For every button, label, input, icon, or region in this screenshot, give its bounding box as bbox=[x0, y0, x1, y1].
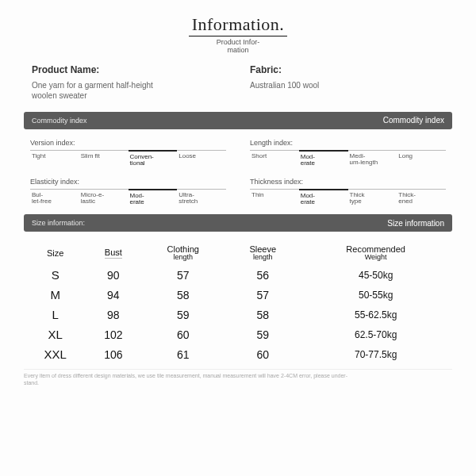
table-cell: 55-62.5kg bbox=[299, 305, 452, 324]
table-cell: 90 bbox=[86, 265, 140, 285]
table-cell: 60 bbox=[140, 324, 226, 344]
table-cell: 60 bbox=[226, 344, 299, 364]
version-option: Slim fit bbox=[79, 151, 129, 170]
length-option: Mod-erate bbox=[299, 150, 348, 170]
indices-grid: Version index:TightSlim fitConven-tional… bbox=[30, 139, 446, 209]
elasticity-option: Mod-erate bbox=[129, 189, 178, 209]
table-row: S90575645-50kg bbox=[24, 265, 452, 285]
table-cell: M bbox=[24, 285, 86, 305]
table-cell: 94 bbox=[86, 285, 140, 305]
length-option: Short bbox=[250, 151, 299, 170]
table-cell: 62.5-70kg bbox=[299, 324, 452, 344]
product-name-label: Product Name: bbox=[32, 64, 226, 75]
table-row: L98595855-62.5kg bbox=[24, 305, 452, 324]
version-option: Conven-tional bbox=[129, 150, 178, 170]
table-cell: 57 bbox=[140, 265, 226, 285]
length-index-title: Length index: bbox=[250, 139, 446, 147]
table-header-row: SizeBustClothinglengthSleevelengthRecomm… bbox=[24, 241, 452, 265]
table-header: Sleevelength bbox=[226, 241, 299, 265]
table-row: XXL106616070-77.5kg bbox=[24, 344, 452, 364]
fabric-label: Fabric: bbox=[250, 64, 444, 75]
bar-left-label: Commodity index bbox=[32, 117, 87, 125]
thickness-option: Thick-ened bbox=[397, 190, 446, 209]
table-cell: L bbox=[24, 305, 86, 324]
bar-right-label: Size information bbox=[387, 219, 444, 228]
elasticity-option: Bul-let-free bbox=[30, 190, 79, 209]
table-cell: 57 bbox=[226, 285, 299, 305]
table-cell: XXL bbox=[24, 344, 86, 364]
thickness-option: Thin bbox=[250, 190, 299, 209]
table-cell: 61 bbox=[140, 344, 226, 364]
version-option: Loose bbox=[177, 151, 226, 170]
length-option: Long bbox=[397, 151, 446, 170]
table-cell: S bbox=[24, 265, 86, 285]
bar-left-label: Size information: bbox=[32, 219, 85, 227]
commodity-index-bar: Commodity index Commodity index bbox=[24, 112, 452, 129]
table-cell: 58 bbox=[226, 305, 299, 324]
table-cell: 106 bbox=[86, 344, 140, 364]
table-cell: 98 bbox=[86, 305, 140, 324]
table-header: RecommendedWeight bbox=[299, 241, 452, 265]
page-title: Information. bbox=[189, 14, 288, 36]
table-cell: 102 bbox=[86, 324, 140, 344]
version-scale: TightSlim fitConven-tionalLoose bbox=[30, 150, 226, 170]
product-name-value: One yarn for a garment half-height woole… bbox=[32, 80, 175, 101]
fabric-value: Australian 100 wool bbox=[250, 80, 393, 90]
table-cell: 59 bbox=[140, 305, 226, 324]
product-info-row: Product Name: One yarn for a garment hal… bbox=[32, 64, 444, 101]
elasticity-index-title: Elasticity index: bbox=[30, 178, 226, 186]
version-option: Tight bbox=[30, 151, 79, 170]
size-table: SizeBustClothinglengthSleevelengthRecomm… bbox=[24, 241, 452, 364]
heading-block: Information. Product Infor-mation bbox=[24, 14, 452, 55]
table-cell: 58 bbox=[140, 285, 226, 305]
thickness-index: Thickness index:ThinMod-erateThicktypeTh… bbox=[250, 178, 446, 209]
thickness-index-title: Thickness index: bbox=[250, 178, 446, 186]
table-cell: 45-50kg bbox=[299, 265, 452, 285]
product-name-block: Product Name: One yarn for a garment hal… bbox=[32, 64, 226, 101]
thickness-option: Mod-erate bbox=[299, 189, 348, 209]
footnote: Every item of dress different design mat… bbox=[24, 369, 452, 386]
table-row: XL102605962.5-70kg bbox=[24, 324, 452, 344]
table-header: Bust bbox=[86, 241, 140, 265]
table-cell: 70-77.5kg bbox=[299, 344, 452, 364]
elasticity-option: Micro-e-lastic bbox=[79, 190, 129, 209]
table-cell: 59 bbox=[226, 324, 299, 344]
elasticity-option: Ultra-stretch bbox=[177, 190, 226, 209]
elasticity-index: Elasticity index:Bul-let-freeMicro-e-las… bbox=[30, 178, 226, 209]
table-row: M94585750-55kg bbox=[24, 285, 452, 305]
length-index: Length index:ShortMod-erateMedi-um-lengt… bbox=[250, 139, 446, 170]
length-option: Medi-um-length bbox=[348, 151, 397, 170]
fabric-block: Fabric: Australian 100 wool bbox=[250, 64, 444, 101]
table-cell: 56 bbox=[226, 265, 299, 285]
bar-right-label: Commodity index bbox=[383, 116, 444, 125]
table-header: Clothinglength bbox=[140, 241, 226, 265]
version-index: Version index:TightSlim fitConven-tional… bbox=[30, 139, 226, 170]
table-cell: XL bbox=[24, 324, 86, 344]
elasticity-scale: Bul-let-freeMicro-e-lasticMod-erateUltra… bbox=[30, 189, 226, 209]
table-header: Size bbox=[24, 241, 86, 265]
version-index-title: Version index: bbox=[30, 139, 226, 147]
length-scale: ShortMod-erateMedi-um-lengthLong bbox=[250, 150, 446, 170]
thickness-scale: ThinMod-erateThicktypeThick-ened bbox=[250, 189, 446, 209]
thickness-option: Thicktype bbox=[348, 190, 397, 209]
table-cell: 50-55kg bbox=[299, 285, 452, 305]
page-subtitle: Product Infor-mation bbox=[24, 39, 452, 55]
size-information-bar: Size information: Size information bbox=[24, 214, 452, 232]
